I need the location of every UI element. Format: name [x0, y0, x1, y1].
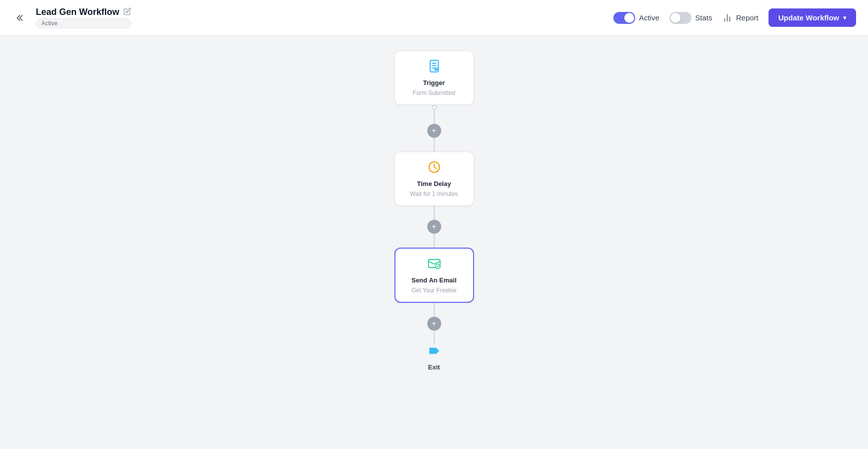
active-toggle-label: Active [639, 13, 660, 22]
stats-toggle-knob [671, 13, 680, 23]
back-button[interactable] [12, 11, 30, 25]
trigger-icon [427, 59, 441, 75]
time-delay-node-subtitle: Wait for 1 minutes [410, 190, 458, 197]
connector-line-5 [434, 303, 435, 317]
header-left: Lead Gen Workflow Active [12, 7, 131, 28]
workflow-title: Lead Gen Workflow [36, 7, 119, 17]
send-email-node-subtitle: Get Your Freebie [411, 287, 457, 294]
stats-toggle[interactable] [670, 12, 691, 24]
connector-line-4 [434, 234, 435, 248]
active-status-badge: Active [36, 18, 131, 28]
exit-icon [427, 345, 442, 361]
add-step-button-1[interactable]: + [427, 124, 441, 138]
update-workflow-button[interactable]: Update Workflow ▾ [769, 8, 856, 27]
chevron-down-icon: ▾ [843, 14, 846, 21]
connector-line-2 [434, 138, 435, 152]
send-email-node[interactable]: Send An Email Get Your Freebie [394, 248, 474, 303]
send-email-icon [427, 257, 441, 272]
trigger-node[interactable]: Trigger Form Submitted [394, 51, 474, 105]
active-toggle-group: Active [613, 12, 660, 24]
header: Lead Gen Workflow Active Active [0, 0, 868, 36]
edit-icon[interactable] [123, 7, 131, 17]
trigger-node-subtitle: Form Submitted [413, 90, 455, 96]
connector-line-1 [434, 110, 435, 124]
header-right: Active Stats Report Update Workflow ▾ [613, 8, 856, 27]
toggle-knob [624, 13, 634, 23]
stats-toggle-group: Stats [670, 12, 712, 24]
connector-dot-1 [432, 105, 437, 110]
active-toggle[interactable] [613, 12, 635, 24]
report-icon [722, 13, 732, 23]
send-email-node-title: Send An Email [411, 276, 457, 284]
workflow-title-wrap: Lead Gen Workflow Active [36, 7, 131, 28]
connector-line-6 [434, 331, 435, 345]
trigger-node-title: Trigger [423, 79, 445, 87]
exit-node[interactable]: Exit [427, 345, 442, 371]
svg-point-9 [435, 69, 436, 70]
time-delay-icon [427, 160, 441, 176]
report-label: Report [736, 13, 759, 22]
add-step-button-3[interactable]: + [427, 317, 441, 331]
workflow-canvas: Trigger Form Submitted + Time Delay Wait… [0, 36, 868, 449]
workflow-container: Trigger Form Submitted + Time Delay Wait… [394, 51, 474, 371]
add-step-button-2[interactable]: + [427, 220, 441, 234]
update-workflow-label: Update Workflow [778, 13, 839, 22]
connector-line-3 [434, 206, 435, 220]
stats-toggle-label: Stats [695, 13, 712, 22]
exit-label: Exit [428, 363, 440, 371]
time-delay-node-title: Time Delay [417, 180, 451, 187]
report-button[interactable]: Report [722, 13, 759, 23]
workflow-title-row: Lead Gen Workflow [36, 7, 131, 17]
time-delay-node[interactable]: Time Delay Wait for 1 minutes [394, 152, 474, 206]
